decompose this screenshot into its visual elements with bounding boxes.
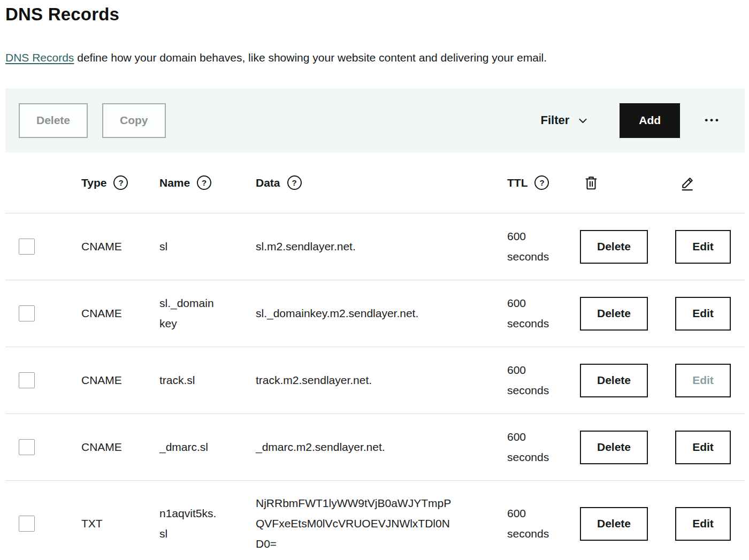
record-type: CNAME [81,437,159,457]
record-data: sl.m2.sendlayer.net. [256,236,455,257]
record-data: _dmarc.m2.sendlayer.net. [256,437,455,457]
record-type: CNAME [81,370,159,390]
bulk-actions: Delete Copy [19,103,166,138]
name-header-label: Name [159,177,190,189]
record-name: _dmarc.sl [159,437,218,457]
column-header-name: Name ? [159,175,256,190]
table-row: CNAME _dmarc.sl _dmarc.m2.sendlayer.net.… [5,414,745,481]
bulk-delete-button[interactable]: Delete [19,103,88,138]
record-type: TXT [81,513,159,534]
table-row: CNAME sl._domainkey sl._domainkey.m2.sen… [5,280,745,347]
row-checkbox[interactable] [19,516,35,532]
ttl-help-icon[interactable]: ? [534,175,549,190]
type-help-icon[interactable]: ? [113,175,128,190]
more-options-button[interactable]: ••• [705,115,721,126]
page-title: DNS Records [5,4,745,25]
column-header-data: Data ? [256,175,507,190]
row-delete-button[interactable]: Delete [580,364,648,397]
column-header-edit [679,175,745,191]
column-header-type: Type ? [81,175,159,190]
row-edit-button[interactable]: Edit [675,364,731,397]
record-name: sl [159,236,218,257]
row-edit-button[interactable]: Edit [675,431,731,464]
row-edit-button[interactable]: Edit [675,230,731,264]
table-row: CNAME sl sl.m2.sendlayer.net. 600 second… [5,213,745,280]
record-ttl: 600 seconds [507,226,556,267]
toolbar-right: Filter Add ••• [541,103,721,138]
row-delete-button[interactable]: Delete [580,230,648,264]
ellipsis-icon: ••• [705,115,721,125]
record-type: CNAME [81,236,159,257]
dns-records-page: DNS Records DNS Records define how your … [0,4,749,560]
filter-dropdown-button[interactable]: Filter [541,113,589,127]
row-edit-button[interactable]: Edit [675,297,731,331]
row-checkbox[interactable] [19,439,35,455]
record-ttl: 600 seconds [507,427,556,467]
page-description-text: define how your domain behaves, like sho… [74,51,547,64]
column-header-ttl: TTL ? [507,175,580,190]
add-record-button[interactable]: Add [620,103,680,138]
row-checkbox[interactable] [19,305,35,321]
bulk-copy-button[interactable]: Copy [102,103,166,138]
row-checkbox[interactable] [19,372,35,388]
row-edit-button[interactable]: Edit [675,507,731,541]
record-name: n1aqvit5ks.sl [159,503,218,544]
chevron-down-icon [577,115,588,126]
record-ttl: 600 seconds [507,293,556,334]
record-data: sl._domainkey.m2.sendlayer.net. [256,303,455,324]
record-ttl: 600 seconds [507,360,556,401]
trash-icon [583,175,599,191]
data-header-label: Data [256,177,280,189]
column-header-delete [583,175,675,191]
record-ttl: 600 seconds [507,503,556,544]
records-toolbar: Delete Copy Filter Add ••• [5,88,745,152]
record-name: sl._domainkey [159,293,218,334]
name-help-icon[interactable]: ? [197,175,211,190]
pencil-icon [679,175,696,191]
ttl-header-label: TTL [507,177,528,189]
type-header-label: Type [81,177,106,189]
row-checkbox[interactable] [19,239,35,255]
table-row: CNAME track.sl track.m2.sendlayer.net. 6… [5,347,745,414]
row-delete-button[interactable]: Delete [580,507,648,541]
record-type: CNAME [81,303,159,324]
table-row: TXT n1aqvit5ks.sl NjRRbmFWT1lyWW9tVjB0aW… [5,481,745,560]
filter-label: Filter [541,113,570,127]
page-description: DNS Records define how your domain behav… [5,51,745,64]
record-data: NjRRbmFWT1lyWW9tVjB0aWJYTmpPQVFxeEtsM0lV… [256,493,455,554]
record-data: track.m2.sendlayer.net. [256,370,455,390]
dns-records-link[interactable]: DNS Records [5,51,74,64]
row-delete-button[interactable]: Delete [580,431,648,464]
table-header: Type ? Name ? Data ? TTL ? [5,152,745,213]
record-name: track.sl [159,370,218,390]
row-delete-button[interactable]: Delete [580,297,648,331]
data-help-icon[interactable]: ? [287,175,302,190]
